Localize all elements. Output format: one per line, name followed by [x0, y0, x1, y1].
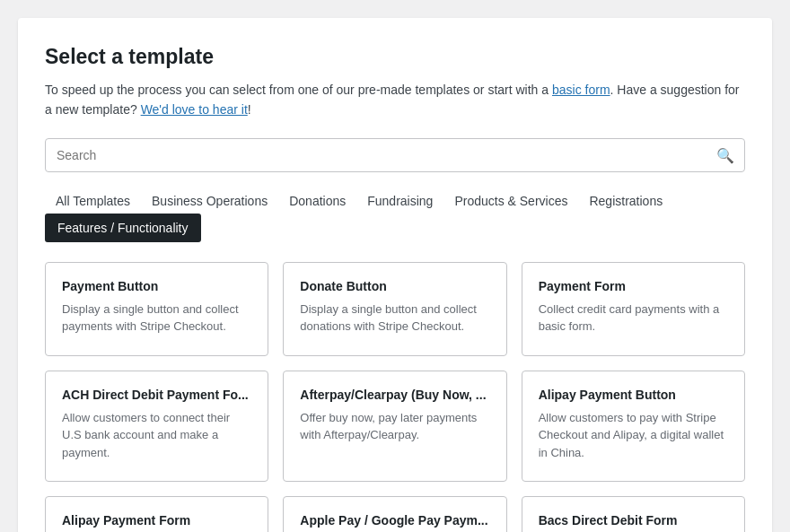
card-title: Bacs Direct Debit Form — [539, 513, 728, 528]
tab-donations[interactable]: Donations — [278, 188, 356, 214]
card-description: Allow customers to pay with Stripe Check… — [539, 409, 728, 462]
page-title: Select a template — [45, 45, 745, 69]
card-description: Allow customers to connect their U.S ban… — [62, 409, 251, 462]
basic-form-link[interactable]: basic form — [552, 83, 610, 97]
card-description: Display a single button and collect dona… — [300, 301, 489, 336]
template-card[interactable]: Donate ButtonDisplay a single button and… — [283, 262, 506, 356]
card-title: Afterpay/Clearpay (Buy Now, ... — [300, 388, 489, 402]
template-card[interactable]: Payment ButtonDisplay a single button an… — [45, 262, 268, 356]
template-card[interactable]: Bacs Direct Debit FormCollect payments t… — [522, 496, 745, 532]
card-title: Payment Form — [539, 279, 728, 293]
card-description: Display a single button and collect paym… — [62, 301, 251, 336]
main-container: Select a template To speed up the proces… — [18, 18, 772, 532]
tab-features[interactable]: Features / Functionality — [45, 214, 201, 242]
description-text-before: To speed up the process you can select f… — [45, 83, 552, 97]
tab-all[interactable]: All Templates — [45, 188, 141, 214]
template-card[interactable]: Alipay Payment ButtonAllow customers to … — [522, 371, 745, 483]
card-title: Donate Button — [300, 279, 489, 293]
card-title: Payment Button — [62, 279, 251, 293]
template-card[interactable]: Payment FormCollect credit card payments… — [522, 262, 745, 356]
tab-products[interactable]: Products & Services — [443, 188, 578, 214]
card-description: Collect credit card payments with a basi… — [539, 301, 728, 336]
card-title: Apple Pay / Google Pay Paym... — [300, 513, 489, 528]
card-title: ACH Direct Debit Payment Fo... — [62, 388, 251, 402]
description-text-after: ! — [248, 102, 251, 117]
card-title: Alipay Payment Button — [539, 388, 728, 402]
tabs-bar: All TemplatesBusiness OperationsDonation… — [45, 188, 745, 242]
card-description: Offer buy now, pay later payments with A… — [300, 409, 489, 444]
template-card[interactable]: ACH Direct Debit Payment Fo...Allow cust… — [45, 371, 268, 483]
search-container: 🔍 — [45, 138, 745, 172]
template-card[interactable]: Afterpay/Clearpay (Buy Now, ...Offer buy… — [283, 371, 506, 483]
template-card[interactable]: Apple Pay / Google Pay Paym...Offer 1-cl… — [283, 496, 506, 532]
suggestion-link[interactable]: We'd love to hear it — [141, 102, 248, 117]
cards-grid: Payment ButtonDisplay a single button an… — [45, 262, 745, 532]
tab-business[interactable]: Business Operations — [141, 188, 278, 214]
card-title: Alipay Payment Form — [62, 513, 251, 528]
tab-fundraising[interactable]: Fundraising — [356, 188, 443, 214]
page-description: To speed up the process you can select f… — [45, 80, 745, 120]
tab-registrations[interactable]: Registrations — [578, 188, 673, 214]
search-input[interactable] — [45, 138, 745, 172]
template-card[interactable]: Alipay Payment FormAllow customers to pa… — [45, 496, 268, 532]
